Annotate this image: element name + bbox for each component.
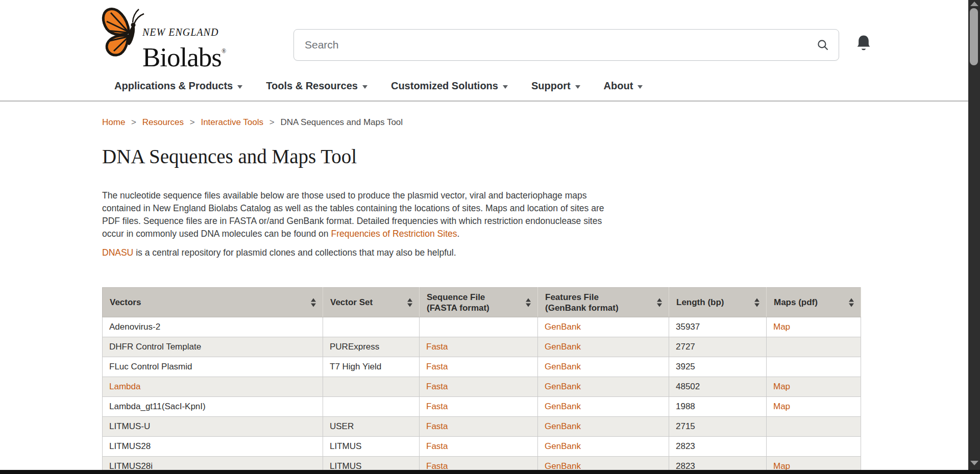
table-row: Lambda_gt11(SacI-KpnI) Fasta GenBank 198…: [103, 397, 861, 417]
chevron-down-icon: [362, 85, 368, 89]
length-cell: 2823: [669, 437, 767, 457]
scroll-down-arrow-icon[interactable]: [970, 461, 978, 465]
genbank-link[interactable]: GenBank: [538, 357, 669, 377]
search-bar: [293, 29, 839, 61]
vector-name-link[interactable]: Lambda: [103, 377, 323, 397]
dnasu-link[interactable]: DNASU: [102, 247, 133, 258]
breadcrumb-current: DNA Sequences and Maps Tool: [280, 117, 403, 127]
length-cell: 35937: [669, 317, 767, 337]
dnasu-text: is a central repository for plasmid clon…: [133, 247, 456, 258]
fasta-link[interactable]: Fasta: [420, 437, 538, 457]
genbank-link[interactable]: GenBank: [538, 397, 669, 417]
breadcrumb-home[interactable]: Home: [102, 117, 125, 127]
column-header-length[interactable]: Length (bp): [669, 288, 767, 317]
fasta-link[interactable]: Fasta: [420, 337, 538, 357]
nav-label: Tools & Resources: [266, 80, 358, 92]
table-row: LITMUS-U USER Fasta GenBank 2715: [103, 417, 861, 437]
registered-mark: ®: [222, 47, 226, 55]
breadcrumb: Home > Resources > Interactive Tools > D…: [102, 117, 403, 128]
vector-set-cell: [323, 377, 420, 397]
nav-label: Support: [531, 80, 571, 92]
length-cell: 2715: [669, 417, 767, 437]
page-title: DNA Sequences and Maps Tool: [102, 145, 357, 168]
scroll-up-arrow-icon[interactable]: [970, 2, 978, 6]
bell-icon: [854, 48, 873, 56]
table-row: DHFR Control Template PURExpress Fasta G…: [103, 337, 861, 357]
intro-section: The nucleotide sequence files available …: [102, 189, 612, 259]
genbank-link[interactable]: GenBank: [538, 337, 669, 357]
table-row: Adenovirus-2 GenBank 35937 Map: [103, 317, 861, 337]
window-bottom-edge: [0, 470, 980, 474]
nav-item-support[interactable]: Support: [531, 80, 580, 92]
sort-arrows-icon[interactable]: [407, 298, 412, 307]
scrollbar-thumb[interactable]: [970, 8, 978, 65]
sort-arrows-icon[interactable]: [526, 298, 531, 307]
frequencies-of-restriction-sites-link[interactable]: Frequencies of Restriction Sites: [331, 229, 457, 239]
length-cell: 48502: [669, 377, 767, 397]
vectors-table: Vectors Vector Set Sequence File(FASTA f…: [102, 287, 861, 474]
vector-name-cell: Adenovirus-2: [103, 317, 323, 337]
site-header: NEW ENGLAND Biolabs® Applications & Prod…: [0, 0, 968, 102]
table-header-row: Vectors Vector Set Sequence File(FASTA f…: [103, 288, 861, 317]
fasta-link[interactable]: Fasta: [420, 357, 538, 377]
vector-set-cell: PURExpress: [323, 337, 420, 357]
genbank-link[interactable]: GenBank: [538, 417, 669, 437]
chevron-down-icon: [503, 85, 508, 89]
table-row: FLuc Control Plasmid T7 High Yield Fasta…: [103, 357, 861, 377]
breadcrumb-resources[interactable]: Resources: [142, 117, 184, 127]
sort-arrows-icon[interactable]: [754, 298, 760, 307]
search-input[interactable]: [294, 30, 799, 60]
fasta-link[interactable]: Fasta: [420, 417, 538, 437]
dnasu-paragraph: DNASU is a central repository for plasmi…: [102, 246, 612, 259]
magnifier-icon: [816, 45, 829, 53]
vector-set-cell: LITMUS: [323, 437, 420, 457]
vertical-scrollbar[interactable]: [968, 0, 980, 474]
butterfly-logo-icon: [101, 6, 144, 70]
sort-arrows-icon[interactable]: [311, 298, 316, 307]
column-header-vectors[interactable]: Vectors: [103, 288, 323, 317]
fasta-cell: [420, 317, 538, 337]
vectors-table-container: Vectors Vector Set Sequence File(FASTA f…: [102, 287, 861, 474]
breadcrumb-separator: >: [131, 117, 136, 127]
genbank-link[interactable]: GenBank: [538, 317, 669, 337]
logo-text-main: Biolabs®: [142, 42, 226, 72]
vector-set-cell: [323, 317, 420, 337]
nav-item-tools-resources[interactable]: Tools & Resources: [266, 80, 368, 92]
chevron-down-icon: [638, 85, 643, 89]
column-header-features-file[interactable]: Features File(GenBank format): [538, 288, 669, 317]
nav-item-customized-solutions[interactable]: Customized Solutions: [391, 80, 508, 92]
table-row: LITMUS28 LITMUS Fasta GenBank 2823: [103, 437, 861, 457]
nav-item-about[interactable]: About: [604, 80, 643, 92]
chevron-down-icon: [575, 85, 580, 89]
breadcrumb-separator: >: [190, 117, 195, 127]
map-link[interactable]: Map: [767, 397, 861, 417]
genbank-link[interactable]: GenBank: [538, 377, 669, 397]
genbank-link[interactable]: GenBank: [538, 437, 669, 457]
map-cell: [767, 357, 861, 377]
breadcrumb-interactive-tools[interactable]: Interactive Tools: [201, 117, 263, 127]
map-link[interactable]: Map: [767, 377, 861, 397]
main-nav: Applications & Products Tools & Resource…: [114, 80, 643, 92]
breadcrumb-separator: >: [270, 117, 275, 127]
vector-set-cell: T7 High Yield: [323, 357, 420, 377]
notifications-button[interactable]: [853, 33, 874, 56]
vector-set-cell: USER: [323, 417, 420, 437]
fasta-link[interactable]: Fasta: [420, 377, 538, 397]
column-header-vector-set[interactable]: Vector Set: [323, 288, 420, 317]
nav-label: Applications & Products: [114, 80, 233, 92]
map-link[interactable]: Map: [767, 317, 861, 337]
intro-paragraph: The nucleotide sequence files available …: [102, 189, 612, 240]
sort-arrows-icon[interactable]: [657, 298, 662, 307]
nav-label: About: [604, 80, 633, 92]
vector-name-cell: LITMUS28: [103, 437, 323, 457]
sort-arrows-icon[interactable]: [849, 298, 854, 307]
search-button[interactable]: [815, 38, 830, 53]
fasta-link[interactable]: Fasta: [420, 397, 538, 417]
neb-logo[interactable]: NEW ENGLAND Biolabs®: [101, 6, 226, 70]
vector-name-cell: FLuc Control Plasmid: [103, 357, 323, 377]
column-header-maps[interactable]: Maps (pdf): [767, 288, 861, 317]
column-header-sequence-file[interactable]: Sequence File(FASTA format): [420, 288, 538, 317]
intro-period: .: [457, 229, 460, 239]
nav-item-applications-products[interactable]: Applications & Products: [114, 80, 242, 92]
chevron-down-icon: [237, 85, 242, 89]
